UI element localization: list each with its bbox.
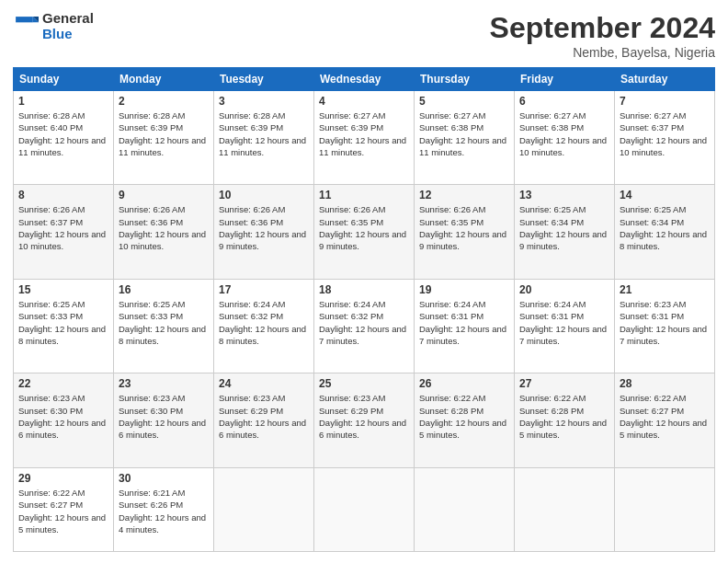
day-number: 1 (18, 95, 108, 108)
table-row: 1 Sunrise: 6:28 AM Sunset: 6:40 PM Dayli… (14, 91, 114, 185)
day-number: 6 (519, 95, 609, 108)
sunrise-text: Sunrise: 6:22 AM (519, 393, 586, 403)
cell-content: Sunrise: 6:26 AM Sunset: 6:36 PM Dayligh… (219, 203, 309, 252)
sunrise-text: Sunrise: 6:26 AM (18, 204, 85, 214)
daylight-text: Daylight: 12 hours and 11 minutes. (319, 135, 406, 157)
day-number: 16 (119, 283, 209, 296)
cell-content: Sunrise: 6:28 AM Sunset: 6:39 PM Dayligh… (219, 109, 309, 158)
sunrise-text: Sunrise: 6:27 AM (620, 110, 686, 121)
table-row: 30 Sunrise: 6:21 AM Sunset: 6:26 PM Dayl… (114, 467, 214, 551)
sunrise-text: Sunrise: 6:23 AM (119, 393, 185, 403)
cell-content: Sunrise: 6:23 AM Sunset: 6:29 PM Dayligh… (219, 392, 309, 441)
cell-content: Sunrise: 6:26 AM Sunset: 6:36 PM Dayligh… (119, 203, 209, 252)
cell-content: Sunrise: 6:25 AM Sunset: 6:33 PM Dayligh… (119, 298, 209, 347)
cell-content: Sunrise: 6:22 AM Sunset: 6:28 PM Dayligh… (519, 392, 609, 441)
day-number: 26 (419, 377, 509, 390)
daylight-text: Daylight: 12 hours and 4 minutes. (119, 512, 206, 534)
sunset-text: Sunset: 6:34 PM (519, 217, 584, 227)
cell-content: Sunrise: 6:23 AM Sunset: 6:31 PM Dayligh… (620, 298, 710, 347)
sunset-text: Sunset: 6:26 PM (119, 500, 183, 510)
day-number: 10 (219, 189, 309, 201)
daylight-text: Daylight: 12 hours and 7 minutes. (620, 324, 707, 346)
cell-content: Sunrise: 6:26 AM Sunset: 6:37 PM Dayligh… (18, 203, 108, 252)
sunrise-text: Sunrise: 6:25 AM (18, 299, 85, 309)
daylight-text: Daylight: 12 hours and 10 minutes. (620, 135, 707, 157)
logo: General Blue (13, 11, 94, 41)
sunset-text: Sunset: 6:32 PM (319, 311, 383, 321)
sunrise-text: Sunrise: 6:22 AM (419, 393, 485, 403)
sunset-text: Sunset: 6:39 PM (119, 122, 183, 132)
header-row: Sunday Monday Tuesday Wednesday Thursday… (14, 68, 715, 91)
sunset-text: Sunset: 6:37 PM (18, 217, 83, 227)
daylight-text: Daylight: 12 hours and 10 minutes. (18, 229, 106, 251)
day-number: 8 (18, 189, 108, 201)
daylight-text: Daylight: 12 hours and 5 minutes. (519, 418, 607, 440)
sunset-text: Sunset: 6:35 PM (319, 217, 383, 227)
cell-content: Sunrise: 6:25 AM Sunset: 6:33 PM Dayligh… (18, 298, 108, 347)
sunrise-text: Sunrise: 6:23 AM (18, 393, 85, 403)
daylight-text: Daylight: 12 hours and 6 minutes. (219, 418, 306, 440)
sunset-text: Sunset: 6:39 PM (319, 122, 383, 132)
day-number: 20 (519, 283, 609, 296)
sunrise-text: Sunrise: 6:24 AM (519, 299, 586, 309)
sunset-text: Sunset: 6:33 PM (18, 311, 83, 321)
table-row (314, 467, 415, 551)
sunset-text: Sunset: 6:36 PM (219, 217, 283, 227)
table-row: 26 Sunrise: 6:22 AM Sunset: 6:28 PM Dayl… (415, 373, 515, 467)
table-row: 4 Sunrise: 6:27 AM Sunset: 6:39 PM Dayli… (314, 91, 415, 185)
daylight-text: Daylight: 12 hours and 6 minutes. (319, 418, 406, 440)
logo-general-text: General (42, 11, 94, 27)
sunrise-text: Sunrise: 6:23 AM (620, 299, 686, 309)
daylight-text: Daylight: 12 hours and 9 minutes. (319, 229, 406, 251)
sunrise-text: Sunrise: 6:26 AM (219, 204, 285, 214)
cell-content: Sunrise: 6:25 AM Sunset: 6:34 PM Dayligh… (620, 203, 710, 252)
sunrise-text: Sunrise: 6:26 AM (419, 204, 485, 214)
sunset-text: Sunset: 6:36 PM (119, 217, 183, 227)
day-number: 7 (620, 95, 710, 108)
sunset-text: Sunset: 6:30 PM (18, 406, 83, 416)
day-number: 27 (519, 377, 609, 390)
day-number: 22 (18, 377, 108, 390)
day-number: 4 (319, 95, 409, 108)
table-row: 21 Sunrise: 6:23 AM Sunset: 6:31 PM Dayl… (615, 279, 715, 373)
day-number: 15 (18, 283, 108, 296)
table-row: 10 Sunrise: 6:26 AM Sunset: 6:36 PM Dayl… (214, 185, 314, 279)
sunrise-text: Sunrise: 6:22 AM (620, 393, 686, 403)
daylight-text: Daylight: 12 hours and 9 minutes. (219, 229, 306, 251)
cell-content: Sunrise: 6:23 AM Sunset: 6:30 PM Dayligh… (18, 392, 108, 441)
col-monday: Monday (114, 68, 214, 91)
header: General Blue September 2024 Nembe, Bayel… (13, 11, 715, 60)
daylight-text: Daylight: 12 hours and 6 minutes. (18, 418, 106, 440)
table-row (615, 467, 715, 551)
daylight-text: Daylight: 12 hours and 5 minutes. (620, 418, 707, 440)
cell-content: Sunrise: 6:22 AM Sunset: 6:28 PM Dayligh… (419, 392, 509, 441)
sunset-text: Sunset: 6:27 PM (620, 406, 684, 416)
daylight-text: Daylight: 12 hours and 10 minutes. (519, 135, 607, 157)
sunrise-text: Sunrise: 6:24 AM (419, 299, 485, 309)
sunrise-text: Sunrise: 6:28 AM (119, 110, 185, 121)
sunrise-text: Sunrise: 6:25 AM (519, 204, 586, 214)
day-number: 9 (119, 189, 209, 201)
day-number: 24 (219, 377, 309, 390)
table-row: 14 Sunrise: 6:25 AM Sunset: 6:34 PM Dayl… (615, 185, 715, 279)
daylight-text: Daylight: 12 hours and 5 minutes. (419, 418, 506, 440)
day-number: 12 (419, 189, 509, 201)
sunset-text: Sunset: 6:35 PM (419, 217, 483, 227)
sunrise-text: Sunrise: 6:23 AM (319, 393, 385, 403)
daylight-text: Daylight: 12 hours and 8 minutes. (219, 324, 306, 346)
day-number: 21 (620, 283, 710, 296)
table-row: 2 Sunrise: 6:28 AM Sunset: 6:39 PM Dayli… (114, 91, 214, 185)
day-number: 2 (119, 95, 209, 108)
sunset-text: Sunset: 6:30 PM (119, 406, 183, 416)
cell-content: Sunrise: 6:23 AM Sunset: 6:29 PM Dayligh… (319, 392, 409, 441)
cell-content: Sunrise: 6:24 AM Sunset: 6:32 PM Dayligh… (219, 298, 309, 347)
daylight-text: Daylight: 12 hours and 7 minutes. (519, 324, 607, 346)
col-thursday: Thursday (415, 68, 515, 91)
cell-content: Sunrise: 6:26 AM Sunset: 6:35 PM Dayligh… (319, 203, 409, 252)
daylight-text: Daylight: 12 hours and 5 minutes. (18, 512, 106, 534)
daylight-text: Daylight: 12 hours and 11 minutes. (18, 135, 106, 157)
table-row: 25 Sunrise: 6:23 AM Sunset: 6:29 PM Dayl… (314, 373, 415, 467)
table-row: 12 Sunrise: 6:26 AM Sunset: 6:35 PM Dayl… (415, 185, 515, 279)
day-number: 17 (219, 283, 309, 296)
table-row (415, 467, 515, 551)
